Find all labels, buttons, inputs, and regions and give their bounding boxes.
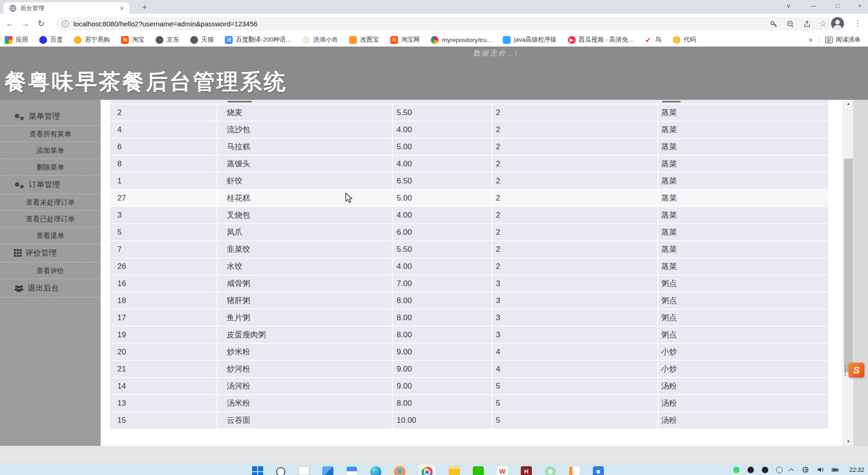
menu-table-row[interactable]: 15云吞面10.005汤粉: [110, 412, 828, 429]
reload-button[interactable]: ↻: [35, 18, 47, 30]
bookmark-item[interactable]: 淘淘宝网: [390, 36, 420, 44]
bookmark-item[interactable]: 代码: [673, 36, 696, 44]
menu-table-row[interactable]: 6马拉糕5.002蒸菜: [110, 139, 828, 156]
sidebar-group-订单管理[interactable]: 订单管理: [0, 176, 101, 194]
new-tab-button[interactable]: +: [139, 2, 151, 14]
bookmark-item[interactable]: ✔鸟: [644, 36, 662, 44]
bookmark-item[interactable]: 译百度翻译-200种语...: [225, 36, 291, 44]
bookmarks-overflow-icon[interactable]: »: [808, 36, 813, 44]
start-taskbar-icon[interactable]: [252, 466, 263, 475]
window-close-button[interactable]: ×: [850, 0, 868, 13]
wechat-taskbar-icon[interactable]: [473, 466, 484, 475]
sidebar-item-查看所有菜单[interactable]: 查看所有菜单: [0, 126, 101, 142]
browser-menu-icon[interactable]: ⋮: [854, 17, 862, 30]
bookmark-item[interactable]: 淘淘宝: [121, 36, 145, 44]
menu-table-row[interactable]: 26水饺4.002蒸菜: [110, 258, 828, 275]
scroll-down-button[interactable]: ▼: [843, 438, 854, 446]
network-icon[interactable]: [802, 466, 809, 473]
volume-icon[interactable]: [817, 466, 824, 473]
bookmark-item[interactable]: myrepository/tru...: [431, 36, 492, 44]
huya-taskbar-icon[interactable]: H: [521, 466, 532, 475]
window-minimize-button[interactable]: —: [804, 0, 823, 13]
taskview-taskbar-icon[interactable]: [322, 466, 333, 475]
back-button[interactable]: ←: [4, 18, 16, 30]
sidebar-item-查看已处理订单[interactable]: 查看已处理订单: [0, 211, 101, 227]
forward-button[interactable]: →: [19, 18, 31, 30]
sidebar-item-查看未处理订单[interactable]: 查看未处理订单: [0, 194, 101, 211]
tray-outline-app-icon[interactable]: [776, 467, 783, 473]
menu-table-row[interactable]: 20炒米粉9.004小炒: [110, 344, 828, 361]
sidebar-group-评价管理[interactable]: 评价管理: [0, 244, 101, 262]
taskbar-clock[interactable]: 22:32: [849, 466, 864, 473]
menu-table-row[interactable]: 19皮蛋瘦肉粥8.003粥点: [110, 327, 828, 344]
menu-table-row[interactable]: 14汤河粉9.005汤粉: [110, 378, 828, 395]
blue-taskbar-icon[interactable]: [593, 466, 604, 475]
sidebar-item-查看退单[interactable]: 查看退单: [0, 227, 101, 244]
bookmark-item[interactable]: 洪湖小肖: [302, 36, 338, 44]
hidden-icons-chevron-icon[interactable]: [789, 468, 794, 473]
sidebar-item-查看评价[interactable]: 查看评价: [0, 262, 101, 279]
share-icon[interactable]: [803, 20, 811, 28]
snipaste-handle[interactable]: [844, 365, 846, 376]
bookmark-item[interactable]: 改图宝: [349, 36, 379, 44]
menu-table-row[interactable]: 16咸骨粥7.003粥点: [110, 275, 828, 292]
browser-tab[interactable]: 后台管理 ×: [4, 2, 129, 14]
tray-app2-icon[interactable]: [762, 467, 768, 473]
bookmark-item[interactable]: 应用: [5, 36, 28, 44]
edge-taskbar-icon[interactable]: [370, 466, 381, 475]
sidebar-group-退出后台[interactable]: 退出后台: [0, 279, 101, 298]
bookmark-item[interactable]: ▶西瓜视频 - 高清免...: [568, 36, 633, 44]
bookmark-item[interactable]: 京东: [156, 36, 179, 44]
bookmark-item[interactable]: java高级程序猿: [503, 36, 556, 44]
bookmark-star-icon[interactable]: ☆: [820, 19, 826, 29]
notes-taskbar-icon[interactable]: [298, 466, 309, 475]
bookmark-item[interactable]: 天猫: [190, 36, 214, 44]
menu-table-row[interactable]: 27桂花糕5.002蒸菜: [110, 190, 828, 207]
inner-scrollbar[interactable]: ▲ ▼: [843, 100, 853, 446]
battery-icon[interactable]: [832, 467, 839, 473]
scrollbar-thumb[interactable]: [844, 158, 853, 372]
menu-table-row[interactable]: 5凤爪6.002蒸菜: [110, 224, 828, 241]
menu-price: 8.00: [393, 292, 492, 309]
explorer-taskbar-icon[interactable]: [449, 466, 460, 475]
menu-table-row[interactable]: 13汤米粉8.005汤粉: [110, 395, 828, 412]
site-info-icon[interactable]: i: [62, 20, 69, 27]
bookmark-item[interactable]: 苏宁易购: [74, 36, 110, 44]
zoom-out-icon[interactable]: [786, 20, 795, 28]
url-text[interactable]: localhost:8080/hello2?username=admin&pas…: [73, 20, 761, 28]
search-taskbar-icon[interactable]: [276, 467, 285, 475]
tab-close-icon[interactable]: ×: [118, 5, 126, 12]
menu-table-row[interactable]: 18猪肝粥8.003粥点: [110, 292, 828, 310]
green-taskbar-icon[interactable]: [545, 466, 556, 475]
menu-table-row[interactable]: 3叉烧包4.002蒸菜: [110, 207, 828, 224]
profile-avatar[interactable]: [831, 17, 844, 30]
password-key-icon[interactable]: [770, 20, 778, 28]
sidebar-item-添加菜单[interactable]: 添加菜单: [0, 142, 101, 159]
menu-table-row[interactable]: 8蒸馒头4.002蒸菜: [110, 156, 828, 173]
tray-green-app-icon[interactable]: [733, 467, 740, 473]
scroll-up-button[interactable]: ▲: [843, 100, 854, 108]
wps-taskbar-icon[interactable]: W: [497, 466, 508, 475]
sidebar-group-菜单管理[interactable]: 菜单管理: [0, 107, 101, 126]
menu-table-row[interactable]: 17鱼片粥8.003粥点: [110, 310, 828, 327]
menu-table-row[interactable]: 1虾饺6.502蒸菜: [110, 173, 828, 190]
reading-list-icon[interactable]: [825, 36, 833, 44]
mail-taskbar-icon[interactable]: [346, 466, 357, 475]
chrome-taskbar-icon[interactable]: [422, 467, 433, 475]
menu-table-row[interactable]: 21炒河粉9.004小炒: [110, 361, 828, 378]
snipaste-icon[interactable]: S: [849, 363, 864, 378]
window-maximize-button[interactable]: □: [828, 0, 847, 13]
menu-table-row[interactable]: 7韭菜饺5.502蒸菜: [110, 241, 828, 258]
reading-list-label[interactable]: 阅读清单: [836, 36, 863, 44]
tray-app-icon[interactable]: [747, 467, 754, 473]
tab-search-icon[interactable]: ∨: [779, 0, 798, 13]
bookmark-item[interactable]: 百度: [39, 36, 63, 44]
menu-table-row[interactable]: 4流沙包4.002蒸菜: [110, 122, 828, 139]
menu-table-row[interactable]: 2烧麦5.502蒸菜: [110, 104, 828, 122]
category-name: 蒸菜: [658, 139, 828, 155]
office-taskbar-icon[interactable]: [569, 466, 580, 475]
sidebar-item-删除菜单[interactable]: 删除菜单: [0, 159, 101, 176]
firefox-taskbar-icon[interactable]: [394, 466, 405, 475]
bookmark-label: 淘宝网: [401, 36, 420, 44]
address-bar[interactable]: i localhost:8080/hello2?username=admin&p…: [56, 17, 832, 30]
